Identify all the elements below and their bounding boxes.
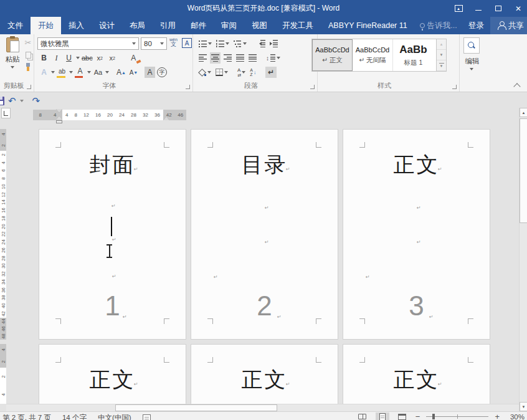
bold-button[interactable]: B (39, 52, 49, 64)
ribbon-tab[interactable]: 邮件 (183, 17, 214, 34)
find-button[interactable] (463, 37, 480, 54)
align-center-button[interactable] (210, 52, 221, 64)
align-right-button[interactable] (222, 52, 233, 64)
right-indent-marker[interactable] (163, 117, 169, 120)
font-color-button[interactable]: A (75, 67, 85, 78)
minimize-button[interactable] (473, 4, 483, 14)
share-button[interactable]: 共享 (490, 17, 527, 34)
page-5[interactable]: 正文 ↵ (191, 344, 338, 404)
shrink-font-button[interactable]: A▼ (128, 67, 139, 78)
ribbon-tab[interactable]: 设计 (92, 17, 122, 34)
undo-dropdown[interactable] (20, 100, 24, 102)
justify-button[interactable] (235, 52, 245, 64)
web-layout-button[interactable] (396, 413, 409, 420)
text-effects-dropdown[interactable] (51, 71, 55, 74)
word-count[interactable]: 14 个字 (62, 413, 87, 420)
zoom-out-button[interactable]: − (415, 413, 420, 420)
subscript-button[interactable]: x2 (95, 52, 105, 64)
tell-me-box[interactable]: 告诉我... (415, 17, 462, 34)
character-border-button[interactable]: A (182, 38, 192, 48)
styles-dialog-launcher[interactable] (452, 85, 457, 89)
collapse-ribbon-button[interactable] (515, 83, 521, 88)
format-painter-button[interactable] (25, 63, 31, 71)
scroll-down-button[interactable]: ▼ (520, 402, 527, 411)
character-shading-button[interactable]: A (145, 67, 155, 78)
clipboard-dialog-launcher[interactable] (27, 85, 31, 89)
ribbon-tab[interactable]: ABBYY FineReader 11 (321, 17, 415, 34)
zoom-slider[interactable] (426, 413, 488, 420)
change-case-dropdown[interactable] (105, 71, 109, 74)
ribbon-tab[interactable]: 开发工具 (275, 17, 321, 34)
ribbon-display-options-button[interactable]: ▴ (453, 4, 463, 14)
editing-dropdown[interactable] (470, 68, 473, 70)
font-color-dropdown[interactable] (87, 71, 91, 74)
align-left-button[interactable] (197, 52, 208, 64)
copy-button[interactable] (26, 52, 31, 59)
sign-in-button[interactable]: 登录 (462, 17, 490, 34)
page-6[interactable]: 正文 ↵ (343, 344, 490, 404)
underline-button[interactable]: U (64, 52, 74, 64)
cut-button[interactable]: ✂ (25, 38, 32, 47)
enclose-characters-button[interactable]: 字 (157, 67, 167, 77)
superscript-button[interactable]: x2 (107, 52, 118, 64)
redo-button[interactable]: ↷ (32, 96, 40, 105)
zoom-slider-thumb[interactable] (432, 414, 435, 419)
decrease-indent-button[interactable] (256, 38, 267, 49)
underline-dropdown[interactable] (76, 57, 80, 59)
font-size-combo[interactable]: 80 (141, 37, 167, 50)
ribbon-tab[interactable]: 审阅 (214, 17, 244, 34)
print-layout-button[interactable] (376, 413, 389, 420)
language-indicator[interactable]: 中文(中国) (98, 413, 131, 420)
grow-font-button[interactable]: A▲ (116, 67, 126, 78)
style-heading1[interactable]: AaBb 标题 1 (393, 39, 434, 71)
tab-home-active[interactable]: 开始 (31, 17, 61, 34)
undo-button[interactable]: ↶ (8, 96, 16, 105)
clear-formatting-button[interactable]: A (128, 52, 139, 64)
first-line-indent-marker[interactable] (56, 109, 62, 113)
horizontal-scroll-thumb[interactable] (115, 404, 277, 411)
ribbon-tab[interactable]: 视图 (244, 17, 275, 34)
change-case-button[interactable]: Aa (93, 67, 103, 78)
hanging-indent-marker[interactable] (56, 116, 62, 120)
italic-button[interactable]: I (51, 52, 62, 64)
font-name-combo[interactable]: 微软雅黑 (37, 37, 139, 50)
vertical-scroll-thumb[interactable] (520, 118, 527, 223)
page-2[interactable]: 目录 ↵ ↵ ↵ ↵ 2 ↵ (191, 129, 338, 340)
zoom-level[interactable]: 30% (506, 413, 525, 420)
strikethrough-button[interactable]: abc (82, 52, 93, 64)
increase-indent-button[interactable] (268, 38, 279, 49)
tab-stop-selector[interactable] (1, 108, 11, 118)
style-normal[interactable]: AaBbCcDd ↵ 正文 (312, 39, 353, 71)
tab-file[interactable]: 文件 (0, 17, 31, 34)
shading-button[interactable] (197, 67, 212, 78)
pinyin-guide-button[interactable]: wén文 (169, 37, 178, 47)
vertical-scrollbar[interactable]: ▲ ▼ (519, 108, 527, 411)
numbering-button[interactable] (215, 38, 230, 49)
multilevel-list-button[interactable] (232, 38, 248, 49)
maximize-button[interactable] (493, 4, 503, 14)
borders-button[interactable] (214, 67, 229, 78)
proofing-icon[interactable] (143, 414, 151, 420)
highlight-dropdown[interactable] (69, 71, 73, 74)
horizontal-scrollbar[interactable] (6, 404, 519, 411)
styles-more-button[interactable]: ▼ (437, 60, 446, 71)
asian-layout-button[interactable]: A⇄ (236, 67, 247, 78)
close-button[interactable]: ✕ (513, 4, 523, 14)
vertical-ruler[interactable]: 42 2468101214161820222426283032343638404… (0, 125, 6, 404)
page-indicator[interactable]: 第 2 页, 共 7 页 (2, 413, 51, 420)
page-4[interactable]: 正文 ↵ (39, 344, 186, 404)
sort-button[interactable]: AZ↓ (249, 67, 257, 78)
styles-scroll-down-button[interactable]: ▼ (437, 50, 446, 60)
read-mode-button[interactable] (356, 413, 369, 420)
bullets-button[interactable] (197, 38, 213, 49)
page-1[interactable]: 封面 ↵ ↵ ↵ ↵ 1 ↵ (39, 129, 186, 340)
ribbon-tab[interactable]: 布局 (122, 17, 153, 34)
styles-scroll-up-button[interactable]: ▲ (437, 39, 446, 50)
page-3[interactable]: 正文 ↵ ↵ ↵ ↵ 3 ↵ (343, 129, 490, 340)
zoom-in-button[interactable]: + (495, 413, 500, 420)
save-button[interactable] (0, 97, 4, 105)
show-hide-marks-button[interactable]: ↵ (265, 67, 277, 78)
distribute-button[interactable] (247, 52, 258, 64)
paragraph-dialog-launcher[interactable] (310, 85, 315, 89)
ribbon-tab[interactable]: 引用 (153, 17, 183, 34)
